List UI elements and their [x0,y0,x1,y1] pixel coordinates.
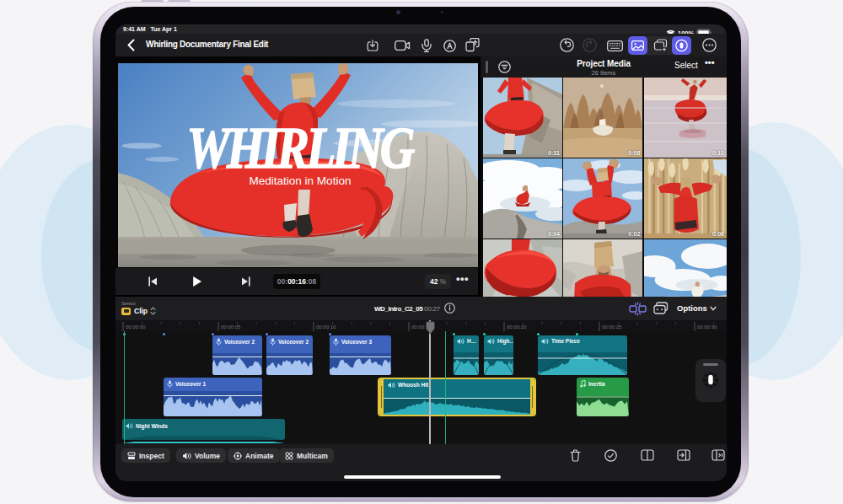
svg-text:00:00:20: 00:00:20 [507,324,527,330]
svg-text:00:00:00: 00:00:00 [126,324,146,330]
svg-text:Meditation in Motion: Meditation in Motion [250,174,352,187]
svg-text:00:00:25: 00:00:25 [602,324,622,330]
svg-text:00:00:30: 00:00:30 [697,324,717,330]
svg-text:WHIRLING: WHIRLING [187,115,416,180]
svg-text:00:00:10: 00:00:10 [316,324,336,330]
svg-text:00:00:05: 00:00:05 [221,324,241,330]
